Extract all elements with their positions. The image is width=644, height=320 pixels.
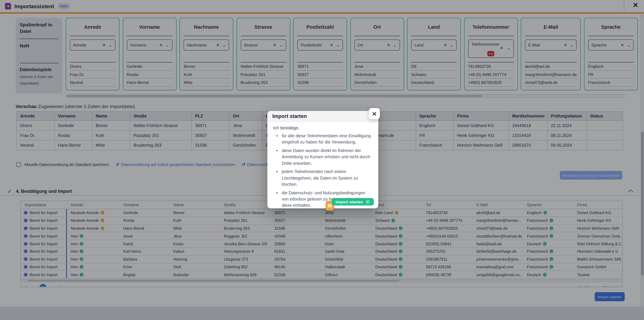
- dialog-close-button[interactable]: ✕: [369, 108, 380, 119]
- importassistent-window: ➔ Importassistent beta ✕ Spaltenkopf in …: [0, 0, 644, 320]
- close-icon: ✕: [372, 110, 377, 117]
- confirmation-item: jedem Teilnehmenden nach einem Löschbege…: [282, 169, 372, 188]
- check-circle-icon: ✓: [366, 199, 370, 204]
- confirmation-item: diese Daten wurden direkt im Rahmen der …: [282, 148, 372, 166]
- dialog-intro: Ich bestätige,: [273, 125, 373, 130]
- dialog-title: Import starten: [267, 111, 378, 122]
- import-confirm-dialog: Import starten ✕ Ich bestätige, für alle…: [267, 111, 378, 208]
- dialog-body: Ich bestätige, für alle diese Teilnehmer…: [267, 122, 378, 209]
- confirmation-list: für alle diese Teilnehmerdaten eine Einw…: [273, 133, 373, 209]
- confirmation-item: für alle diese Teilnehmerdaten eine Einw…: [282, 133, 372, 145]
- confirm-import-button[interactable]: Import starten ✓: [332, 198, 374, 205]
- confirm-import-label: Import starten: [336, 199, 363, 204]
- dialog-actions: M Import starten ✓: [332, 198, 374, 205]
